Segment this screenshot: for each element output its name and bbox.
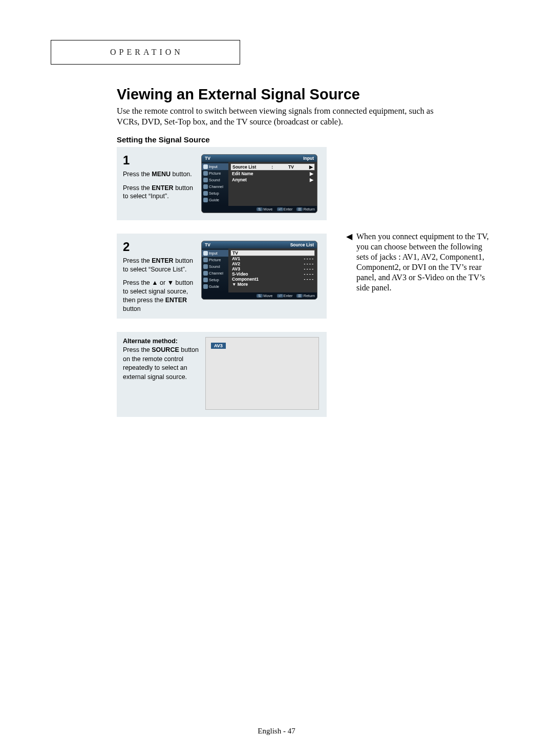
step-1-line1: Press the MENU button. <box>123 170 196 179</box>
alternate-heading: Alternate method: <box>123 338 178 345</box>
page: OPERATION Viewing an External Signal Sou… <box>0 0 553 756</box>
osd-content: Source List : TV ▶ Edit Name ▶ Anynet <box>228 162 317 206</box>
osd-menu-guide[interactable]: Guide <box>202 283 228 290</box>
osd-menu-title: Source List <box>290 242 314 247</box>
enter-icon: ⏎ <box>277 294 283 298</box>
step-1-osd-container: TV Input Input Picture Sound Channel Set… <box>201 147 327 220</box>
channel-icon <box>203 184 208 189</box>
footer-enter: ⏎Enter <box>277 293 293 298</box>
step-2-osd-container: TV Source List Input Picture Sound Chann… <box>201 234 327 319</box>
step-1-line2: Press the ENTER button to select “Input”… <box>123 184 196 201</box>
footer-return: ☰Return <box>296 207 315 212</box>
source-av1[interactable]: AV1- - - - <box>230 256 315 261</box>
osd-menu-picture[interactable]: Picture <box>202 170 228 177</box>
alternate-method-text: Alternate method: Press the SOURCE butto… <box>123 337 202 410</box>
section-header: OPERATION <box>51 40 240 65</box>
sub-heading: Setting the Signal Source <box>117 135 501 144</box>
osd-menu-setup[interactable]: Setup <box>202 277 228 283</box>
updown-icon: ⇅ <box>257 207 263 211</box>
page-footer: English - 47 <box>0 727 553 736</box>
step-2-line2: Press the ▲ or ▼ button to select signal… <box>123 279 196 313</box>
osd-menu-input[interactable]: Input <box>202 163 228 170</box>
right-arrow-icon: ▶ <box>310 177 313 182</box>
right-arrow-icon: ▶ <box>310 171 313 176</box>
step-2-block: 2 Press the ENTER button to select “Sour… <box>117 234 327 319</box>
return-icon: ☰ <box>296 207 303 211</box>
step-2-number: 2 <box>123 239 196 255</box>
source-av3[interactable]: AV3- - - - <box>230 266 315 271</box>
step-1-instructions: 1 Press the MENU button. Press the ENTER… <box>117 147 201 220</box>
setup-icon <box>203 278 208 282</box>
osd-menu-sound[interactable]: Sound <box>202 263 228 270</box>
page-title: Viewing an External Signal Source <box>117 86 501 103</box>
step-1-block: 1 Press the MENU button. Press the ENTER… <box>117 147 327 220</box>
input-icon <box>203 164 208 169</box>
step-1-number: 1 <box>123 152 196 169</box>
side-note-text: When you connect equipment to the TV, yo… <box>356 232 495 293</box>
footer-move: ⇅Move <box>257 293 272 298</box>
osd-titlebar: TV Source List <box>202 241 317 248</box>
osd-menu-channel[interactable]: Channel <box>202 183 228 190</box>
source-svideo[interactable]: S-Video- - - - <box>230 271 315 277</box>
updown-icon: ⇅ <box>257 294 263 298</box>
footer-move: ⇅Move <box>257 207 272 212</box>
osd-footer: ⇅Move ⏎Enter ☰Return <box>202 206 317 213</box>
right-arrow-icon: ▶ <box>309 164 313 170</box>
intro-text: Use the remote control to switch between… <box>117 106 444 127</box>
osd-titlebar: TV Input <box>202 155 317 162</box>
sound-icon <box>203 264 208 269</box>
osd-tv-label: TV <box>205 156 210 161</box>
left-triangle-icon: ◀ <box>346 232 352 293</box>
osd-input-menu: TV Input Input Picture Sound Channel Set… <box>201 154 317 213</box>
source-tv[interactable]: TV <box>230 250 315 256</box>
step-2-line1: Press the ENTER button to select “Source… <box>123 257 196 274</box>
osd-menu-guide[interactable]: Guide <box>202 197 228 203</box>
picture-icon <box>203 171 208 176</box>
osd-menu-channel[interactable]: Channel <box>202 270 228 277</box>
osd-side-menu: Input Picture Sound Channel Setup Guide <box>202 248 228 292</box>
osd-row-sourcelist[interactable]: Source List : TV ▶ <box>230 163 315 171</box>
osd-source-list: TV Source List Input Picture Sound Chann… <box>201 241 317 300</box>
alternate-screen-container: AV3 <box>202 337 321 410</box>
step-2-instructions: 2 Press the ENTER button to select “Sour… <box>117 234 201 319</box>
osd-menu-picture[interactable]: Picture <box>202 257 228 263</box>
enter-icon: ⏎ <box>277 207 283 211</box>
osd-menu-sound[interactable]: Sound <box>202 177 228 183</box>
source-tag: AV3 <box>211 343 226 349</box>
input-icon <box>203 251 208 256</box>
source-av2[interactable]: AV2- - - - <box>230 261 315 266</box>
osd-menu-input[interactable]: Input <box>202 250 228 257</box>
picture-icon <box>203 258 208 262</box>
osd-row-anynet[interactable]: Anynet ▶ <box>230 177 315 183</box>
guide-icon <box>203 284 208 289</box>
osd-footer: ⇅Move ⏎Enter ☰Return <box>202 292 317 299</box>
osd-menu-setup[interactable]: Setup <box>202 190 228 197</box>
osd-row-editname[interactable]: Edit Name ▶ <box>230 171 315 177</box>
channel-icon <box>203 271 208 276</box>
side-note: ◀ When you connect equipment to the TV, … <box>346 232 495 293</box>
footer-return: ☰Return <box>296 293 315 298</box>
section-header-text: OPERATION <box>110 48 183 57</box>
source-component1[interactable]: Component1- - - - <box>230 277 315 282</box>
return-icon: ☰ <box>296 294 303 298</box>
source-more[interactable]: ▼ More <box>230 282 315 287</box>
setup-icon <box>203 191 208 196</box>
osd-content: TV AV1- - - - AV2- - - - AV3- - - - S-Vi… <box>228 248 317 292</box>
guide-icon <box>203 198 208 202</box>
osd-menu-title: Input <box>303 156 314 161</box>
osd-side-menu: Input Picture Sound Channel Setup Guide <box>202 162 228 206</box>
alternate-method-block: Alternate method: Press the SOURCE butto… <box>117 332 327 417</box>
sound-icon <box>203 178 208 182</box>
osd-tv-label: TV <box>205 242 210 247</box>
footer-enter: ⏎Enter <box>277 207 293 212</box>
tv-screen: AV3 <box>205 337 319 410</box>
osd-body: Input Picture Sound Channel Setup Guide … <box>202 248 317 292</box>
osd-body: Input Picture Sound Channel Setup Guide … <box>202 162 317 206</box>
